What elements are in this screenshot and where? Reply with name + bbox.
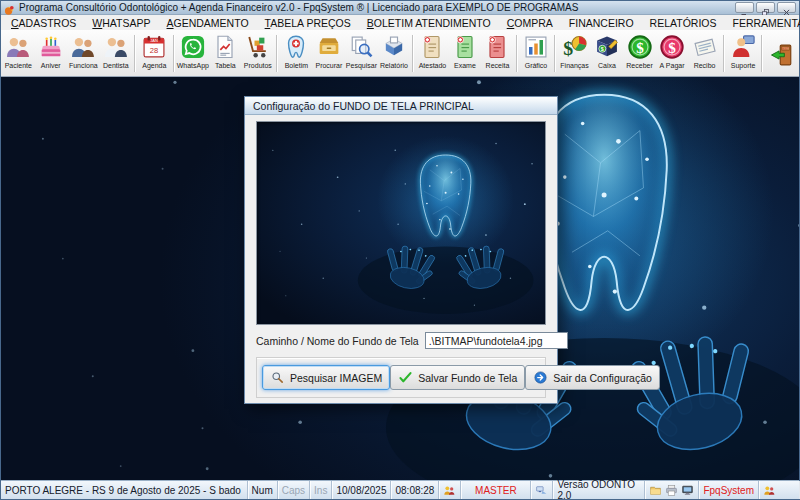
toolbar-button-atestado[interactable]: Atestado <box>416 31 449 76</box>
whatsapp-icon <box>179 33 207 61</box>
toolbar-button-boletim[interactable]: Boletim <box>280 31 313 76</box>
toolbar-separator <box>554 35 556 72</box>
toolbar-button-label: Suporte <box>731 61 756 70</box>
dialog-title-bar[interactable]: Configuração do FUNDO DE TELA PRINCIPAL <box>245 97 557 115</box>
toolbar-button-funciona[interactable]: Funciona <box>67 31 100 76</box>
pesquisar-imagem-label: Pesquisar IMAGEM <box>290 372 382 384</box>
menu-ferramentas[interactable]: FERRAMENTAS <box>724 17 800 29</box>
toolbar-button-sair[interactable]: EXIT <box>765 31 798 76</box>
toolbar-button-label: A Pagar <box>660 61 685 70</box>
dialog-fundo-de-tela: Configuração do FUNDO DE TELA PRINCIPAL … <box>244 96 558 404</box>
toolbar-button-agenda[interactable]: JAN28Agenda <box>138 31 171 76</box>
toolbar-button-whatsapp[interactable]: WhatsApp <box>177 31 210 76</box>
toolbar-button-label: Receber <box>626 61 652 70</box>
toolbar-button-label: Produtos <box>244 61 272 70</box>
receive-coin-icon: $ <box>626 33 654 61</box>
toolbar-button-label: Exame <box>454 61 476 70</box>
toolbar-button-label: Caixa <box>598 61 616 70</box>
patients-icon <box>4 33 32 61</box>
toolbar-button-financas[interactable]: $Finanças <box>558 31 591 76</box>
menu-cadastros[interactable]: CADASTROS <box>3 17 84 29</box>
green-check-icon <box>398 370 413 385</box>
status-brand: FpqSystem <box>699 481 759 499</box>
minimize-button[interactable] <box>735 2 754 13</box>
toolbar-button-grafico[interactable]: Gráfico <box>520 31 553 76</box>
monitor-icon[interactable] <box>681 484 694 497</box>
path-input[interactable] <box>425 332 568 349</box>
menu-tabela-precos[interactable]: TABELA PREÇOS <box>257 17 359 29</box>
toolbar-button-caixa[interactable]: $Caixa <box>591 31 624 76</box>
status-time: 08:08:28 <box>391 481 439 499</box>
toolbar-button-label: Finanças <box>560 61 588 70</box>
menu-financeiro[interactable]: FINANCEIRO <box>561 17 642 29</box>
toolbar-button-exame[interactable]: Exame <box>449 31 482 76</box>
toolbar-button-pesquisar[interactable]: Pesquisar <box>345 31 378 76</box>
toolbar-button-label: Aniver <box>41 61 61 70</box>
path-row: Caminho / Nome do Fundo de Tela <box>256 332 546 349</box>
status-version: Versão ODONTO 2.0 <box>553 481 645 499</box>
svg-text:$: $ <box>668 39 676 56</box>
prescription-doc-icon <box>483 33 511 61</box>
network-icon <box>535 484 548 497</box>
status-network-panel <box>531 481 553 499</box>
toolbar-separator <box>516 35 518 72</box>
birthday-cake-icon <box>37 33 65 61</box>
toolbar-button-procurar[interactable]: Procurar <box>313 31 346 76</box>
toolbar-button-receber[interactable]: $Receber <box>623 31 656 76</box>
printer-icon[interactable] <box>665 484 678 497</box>
finance-pie-icon: $ <box>561 33 589 61</box>
toolbar-separator <box>173 35 175 72</box>
toolbar-button-a-pagar[interactable]: $A Pagar <box>656 31 689 76</box>
magnifier-icon <box>270 370 285 385</box>
status-insert: Ins <box>310 481 332 499</box>
toolbar-button-label: Funciona <box>69 61 98 70</box>
menu-compra[interactable]: COMPRA <box>499 17 561 29</box>
status-end-panel <box>759 481 799 499</box>
folder-icon[interactable] <box>649 484 662 497</box>
menu-whatsapp[interactable]: WHATSAPP <box>84 17 158 29</box>
status-date: 10/08/2025 <box>332 481 391 499</box>
pay-coin-icon: $ <box>658 33 686 61</box>
toolbar-button-relatorio[interactable]: Relatório <box>378 31 411 76</box>
menu-agendamento[interactable]: AGENDAMENTO <box>159 17 257 29</box>
status-location: PORTO ALEGRE - RS 9 de Agosto de 2025 - … <box>1 481 248 499</box>
users-badge-icon <box>763 484 776 497</box>
restore-icon <box>761 3 770 12</box>
toolbar-button-aniver[interactable]: Aniver <box>35 31 68 76</box>
svg-text:EXIT: EXIT <box>782 46 789 50</box>
price-table-icon <box>211 33 239 61</box>
toolbar-button-suporte[interactable]: Suporte <box>727 31 760 76</box>
receipt-icon <box>691 33 719 61</box>
path-label: Caminho / Nome do Fundo de Tela <box>256 335 419 347</box>
toolbar-button-receita[interactable]: Receita <box>481 31 514 76</box>
dialog-title: Configuração do FUNDO DE TELA PRINCIPAL <box>253 100 474 112</box>
title-bar[interactable]: Programa Consultório Odontológico + Agen… <box>1 1 799 15</box>
status-num-lock: Num <box>248 481 278 499</box>
toolbar: PacienteAniverFuncionaDentistaJAN28Agend… <box>1 30 799 77</box>
salvar-fundo-label: Salvar Fundo de Tela <box>418 372 517 384</box>
report-box-icon <box>380 33 408 61</box>
toolbar-button-produtos[interactable]: Produtos <box>242 31 275 76</box>
pesquisar-imagem-button[interactable]: Pesquisar IMAGEM <box>262 365 390 390</box>
dialog-body: Caminho / Nome do Fundo de Tela Pesquisa… <box>245 115 557 398</box>
sair-configuracao-button[interactable]: Sair da Configuração <box>525 365 660 390</box>
toolbar-button-label: Relatório <box>380 61 408 70</box>
menu-boletim-atendimento[interactable]: BOLETIM ATENDIMENTO <box>359 17 499 29</box>
salvar-fundo-button[interactable]: Salvar Fundo de Tela <box>390 365 525 390</box>
sair-configuracao-label: Sair da Configuração <box>553 372 652 384</box>
toolbar-button-recibo[interactable]: Recibo <box>688 31 721 76</box>
application-window: Programa Consultório Odontológico + Agen… <box>0 0 800 500</box>
svg-text:28: 28 <box>150 46 158 55</box>
menu-relatorios[interactable]: RELATÓRIOS <box>642 17 725 29</box>
toolbar-button-label: Receita <box>486 61 510 70</box>
exam-doc-icon <box>451 33 479 61</box>
close-button[interactable] <box>777 2 796 13</box>
toolbar-button-tabela[interactable]: Tabela <box>209 31 242 76</box>
toolbar-button-paciente[interactable]: Paciente <box>2 31 35 76</box>
toolbar-button-dentista[interactable]: Dentista <box>100 31 133 76</box>
support-icon <box>729 33 757 61</box>
svg-text:$: $ <box>563 37 573 59</box>
toolbar-button-label: Atestado <box>419 61 447 70</box>
status-caps-lock: Caps <box>278 481 310 499</box>
restore-button[interactable] <box>756 2 775 13</box>
